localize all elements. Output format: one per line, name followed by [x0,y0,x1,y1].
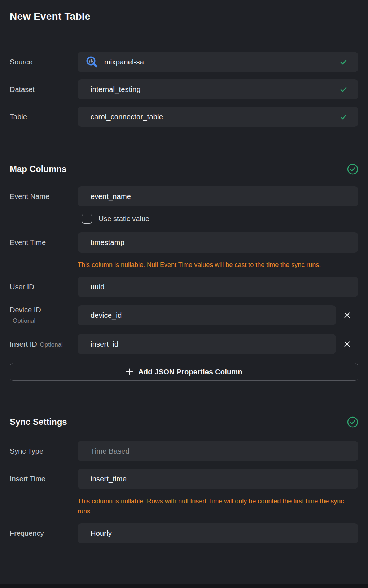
source-label: Source [10,58,78,66]
new-event-table-panel: New Event Table Source mixpanel-sa Datas [0,0,368,588]
user-id-row: User ID uuid [10,277,358,297]
device-id-remove-col [336,311,358,320]
add-json-properties-label: Add JSON Properties Column [138,368,242,376]
device-id-label: Device ID Optional [10,306,78,325]
source-field[interactable]: mixpanel-sa [78,52,358,72]
user-id-field[interactable]: uuid [78,277,358,297]
dataset-label: Dataset [10,85,78,94]
device-id-value: device_id [91,311,325,320]
insert-id-label-text: Insert ID [10,340,37,348]
event-time-label: Event Time [10,239,78,247]
insert-id-label: Insert IDOptional [10,340,78,348]
use-static-value-checkbox[interactable] [82,214,92,224]
device-id-label-text: Device ID [10,306,78,314]
user-id-label: User ID [10,283,78,291]
close-icon [343,311,351,319]
insert-time-warning-text: This column is nullable. Rows with null … [78,496,349,516]
user-id-value: uuid [91,283,347,291]
section-complete-icon [347,164,358,175]
sync-type-field: Time Based [78,441,358,461]
use-static-value-row: Use static value [10,214,358,224]
device-id-remove-button[interactable] [342,311,352,320]
use-static-value-label: Use static value [98,215,149,223]
insert-time-row: Insert Time insert_time [10,469,358,489]
valid-check-icon [339,85,347,93]
event-name-row: Event Name event_name [10,186,358,206]
dataset-row: Dataset internal_testing [10,79,358,99]
frequency-label: Frequency [10,529,78,538]
insert-time-value: insert_time [91,475,347,483]
event-name-label: Event Name [10,192,78,201]
source-section: Source mixpanel-sa Dataset internal_test… [10,52,358,127]
insert-id-field[interactable]: insert_id [78,334,336,354]
table-value: carol_connector_table [91,113,335,121]
valid-check-icon [339,58,347,66]
insert-id-remove-button[interactable] [342,339,352,349]
section-divider [10,147,358,147]
event-time-row: Event Time timestamp [10,232,358,253]
insert-id-remove-col [336,339,358,349]
device-id-optional-tag: Optional [10,317,78,325]
event-time-warning-text: This column is nullable. Null Event Time… [78,260,349,270]
map-columns-title: Map Columns [10,164,66,174]
insert-time-warning: This column is nullable. Rows with null … [10,496,358,516]
table-label: Table [10,113,78,121]
map-columns-header: Map Columns [10,163,358,175]
insert-id-optional-tag: Optional [40,341,63,348]
event-time-value: timestamp [91,239,347,247]
section-divider [10,399,358,399]
insert-id-row: Insert IDOptional insert_id [10,334,358,354]
plus-icon [126,368,133,376]
frequency-field[interactable]: Hourly [78,523,358,543]
valid-check-icon [339,113,347,121]
event-time-warning: This column is nullable. Null Event Time… [10,260,358,270]
insert-id-value: insert_id [91,340,325,348]
bottom-edge-strip [0,584,368,588]
mixpanel-magnifier-icon [86,55,98,68]
section-complete-icon [347,416,358,428]
sync-type-label: Sync Type [10,447,78,455]
source-row: Source mixpanel-sa [10,52,358,72]
event-name-value: event_name [91,192,347,201]
source-value: mixpanel-sa [104,58,335,66]
close-icon [343,340,351,348]
frequency-row: Frequency Hourly [10,523,358,543]
sync-type-value: Time Based [91,447,347,455]
table-row: Table carol_connector_table [10,107,358,127]
dataset-value: internal_testing [91,85,335,94]
device-id-field[interactable]: device_id [78,305,336,325]
sync-settings-header: Sync Settings [10,416,358,428]
sync-type-row: Sync Type Time Based [10,441,358,461]
insert-time-field[interactable]: insert_time [78,469,358,489]
sync-settings-title: Sync Settings [10,417,67,427]
device-id-row: Device ID Optional device_id [10,305,358,325]
dataset-field[interactable]: internal_testing [78,79,358,99]
event-time-field[interactable]: timestamp [78,232,358,253]
add-json-properties-button[interactable]: Add JSON Properties Column [10,363,358,381]
table-field[interactable]: carol_connector_table [78,107,358,127]
event-name-field[interactable]: event_name [78,186,358,206]
insert-time-label: Insert Time [10,475,78,483]
frequency-value: Hourly [91,529,347,538]
page-title: New Event Table [10,0,358,22]
